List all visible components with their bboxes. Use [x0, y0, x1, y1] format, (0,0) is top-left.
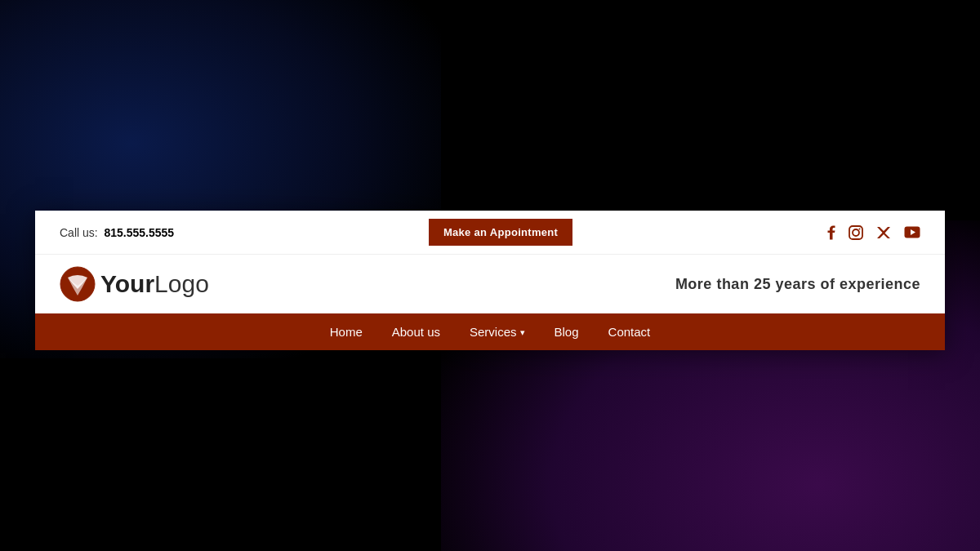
services-dropdown-chevron: ▾ [520, 327, 525, 338]
logo-text: YourLogo [100, 270, 209, 298]
social-icons-group [827, 225, 920, 240]
nav-bar: Home About us Services ▾ Blog Contact [35, 313, 945, 350]
top-bar: Call us: 815.555.5555 Make an Appointmen… [35, 211, 945, 255]
call-info: Call us: 815.555.5555 [60, 226, 174, 239]
logo[interactable]: YourLogo [60, 266, 209, 302]
twitter-icon[interactable] [876, 226, 891, 239]
nav-item-services[interactable]: Services ▾ [470, 325, 525, 339]
svg-rect-0 [849, 226, 862, 239]
appointment-button[interactable]: Make an Appointment [429, 219, 572, 246]
svg-point-1 [853, 229, 859, 236]
logo-icon [60, 266, 96, 302]
instagram-icon[interactable] [849, 225, 863, 240]
logo-bar: YourLogo More than 25 years of experienc… [35, 255, 945, 313]
phone-number: 815.555.5555 [104, 226, 174, 239]
nav-item-contact[interactable]: Contact [608, 325, 651, 339]
site-wrapper: Call us: 815.555.5555 Make an Appointmen… [35, 211, 945, 350]
svg-point-2 [859, 228, 861, 229]
facebook-icon[interactable] [827, 225, 835, 240]
call-label: Call us: [60, 226, 98, 239]
youtube-icon[interactable] [904, 226, 920, 238]
nav-item-about[interactable]: About us [392, 325, 440, 339]
nav-item-home[interactable]: Home [330, 325, 363, 339]
tagline: More than 25 years of experience [675, 276, 920, 293]
nav-item-blog[interactable]: Blog [555, 325, 579, 339]
